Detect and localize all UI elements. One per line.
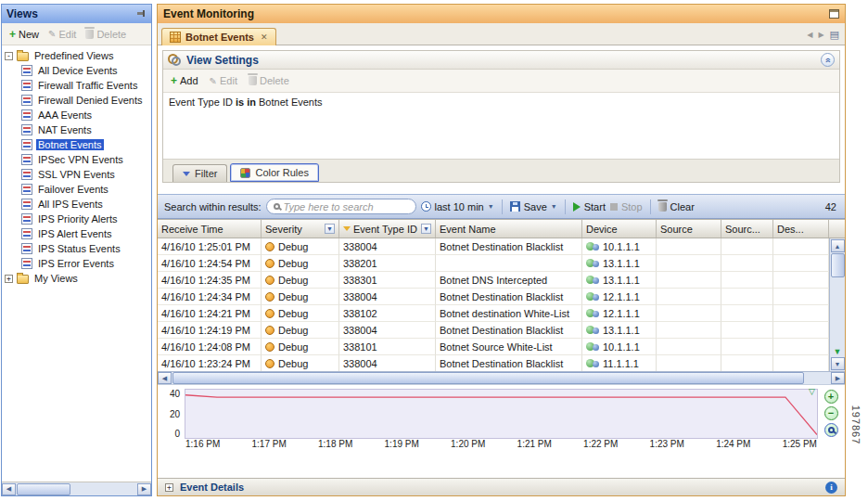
scrollbar-thumb[interactable] <box>172 372 804 384</box>
column-header-event-type-id[interactable]: Event Type ID▼ <box>339 220 436 238</box>
tab-bar: Botnet Events ✕ ◀ ▶ ▤ <box>158 23 845 45</box>
y-tick-label: 20 <box>170 409 180 419</box>
magnifier-zoom-button[interactable] <box>824 423 838 437</box>
filter-expression-list[interactable]: Event Type ID is in Botnet Events <box>163 93 839 160</box>
expand-expander-icon[interactable]: + <box>5 275 13 283</box>
column-header-event-name[interactable]: Event Name <box>436 220 582 238</box>
tab-color-rules[interactable]: Color Rules <box>230 163 318 182</box>
tree-item-nat-events[interactable]: NAT Events <box>2 122 151 137</box>
jump-to-latest-icon[interactable]: ▼ <box>834 348 842 356</box>
table-row[interactable]: 4/16/10 1:24:35 PMDebug338301Botnet DNS … <box>158 272 829 289</box>
pin-icon[interactable] <box>137 9 147 19</box>
info-icon[interactable]: i <box>825 482 837 494</box>
folder-icon <box>17 52 29 61</box>
tree-item-label: Firewall Denied Events <box>36 95 145 106</box>
color-palette-icon <box>240 168 250 178</box>
chevron-down-icon: ▼ <box>551 203 557 210</box>
scrollbar-thumb[interactable] <box>831 253 845 277</box>
zoom-in-button[interactable]: + <box>824 390 838 404</box>
scroll-left-icon[interactable]: ◀ <box>158 372 172 384</box>
tree-item-predefined-views[interactable]: - Predefined Views <box>2 48 151 63</box>
scroll-right-icon[interactable]: ▶ <box>137 483 151 495</box>
table-horizontal-scrollbar[interactable]: ◀ ▶ <box>158 371 845 385</box>
scroll-up-icon[interactable]: ▲ <box>831 239 845 252</box>
column-header-severity[interactable]: Severity▼ <box>262 220 339 238</box>
scroll-down-icon[interactable]: ▼ <box>831 357 845 370</box>
scroll-right-icon[interactable]: ▶ <box>831 372 845 384</box>
tab-close-icon[interactable]: ✕ <box>259 32 268 42</box>
collapse-expander-icon[interactable]: - <box>5 52 13 60</box>
column-filter-dropdown-icon[interactable]: ▼ <box>421 224 431 234</box>
table-row[interactable]: 4/16/10 1:24:19 PMDebug338004Botnet Dest… <box>158 322 829 339</box>
scrollbar-thumb[interactable] <box>17 483 70 495</box>
cell-destination <box>773 322 829 339</box>
chart-slider-handle[interactable]: ▽ <box>809 388 815 396</box>
table-row[interactable]: 4/16/10 1:25:01 PMDebug338004Botnet Dest… <box>158 238 829 255</box>
views-horizontal-scrollbar[interactable]: ◀ ▶ <box>2 482 151 495</box>
cell-event-name: Botnet Source White-List <box>436 339 582 355</box>
delete-view-button[interactable]: Delete <box>82 27 130 42</box>
tree-item-ips-alert-events[interactable]: IPS Alert Events <box>2 226 151 241</box>
severity-debug-icon <box>265 259 274 268</box>
collapse-panel-button[interactable]: » <box>821 53 835 67</box>
tree-item-failover-events[interactable]: Failover Events <box>2 182 151 197</box>
chart-y-axis: 40200 <box>163 389 182 439</box>
tree-item-ipsec-vpn-events[interactable]: IPSec VPN Events <box>2 152 151 167</box>
tab-filter[interactable]: Filter <box>172 164 227 182</box>
expand-details-icon[interactable]: + <box>165 483 173 492</box>
scroll-left-icon[interactable]: ◀ <box>2 483 16 495</box>
delete-filter-button[interactable]: Delete <box>245 73 293 88</box>
zoom-out-button[interactable]: − <box>824 406 838 420</box>
column-filter-dropdown-icon[interactable]: ▼ <box>325 224 335 234</box>
edit-view-button[interactable]: ✎ Edit <box>45 27 80 42</box>
table-row[interactable]: 4/16/10 1:24:21 PMDebug338102Botnet dest… <box>158 305 829 322</box>
tab-botnet-events[interactable]: Botnet Events ✕ <box>161 28 276 45</box>
tab-scroll-left-icon[interactable]: ◀ <box>807 31 812 39</box>
search-box <box>266 199 416 214</box>
search-input[interactable] <box>284 201 409 212</box>
column-header-receive-time[interactable]: Receive Time <box>158 220 262 238</box>
clear-button[interactable]: Clear <box>658 201 695 212</box>
maximize-icon[interactable] <box>829 9 839 19</box>
tree-item-my-views[interactable]: + My Views <box>2 271 151 286</box>
table-row[interactable]: 4/16/10 1:23:24 PMDebug338004Botnet Dest… <box>158 355 829 371</box>
stop-button[interactable]: Stop <box>610 201 643 212</box>
edit-filter-button[interactable]: ✎ Edit <box>206 73 241 88</box>
add-filter-button[interactable]: + Add <box>167 73 202 88</box>
start-button[interactable]: Start <box>573 201 606 212</box>
tree-item-firewall-denied-events[interactable]: Firewall Denied Events <box>2 93 151 108</box>
view-doc-icon <box>21 154 32 165</box>
device-label: 13.1.1.1 <box>603 258 640 269</box>
column-header-source[interactable]: Source <box>657 220 721 238</box>
table-vertical-scrollbar[interactable]: ▲ ▼ ▼ <box>829 238 845 371</box>
tab-scroll-right-icon[interactable]: ▶ <box>818 31 823 39</box>
event-rate-chart[interactable]: ▽ <box>185 389 818 439</box>
tree-item-ips-error-events[interactable]: IPS Error Events <box>2 256 151 271</box>
cell-source-port <box>721 289 773 305</box>
tree-item-ips-status-events[interactable]: IPS Status Events <box>2 241 151 256</box>
view-doc-icon <box>21 169 32 180</box>
time-range-dropdown[interactable]: last 10 min ▼ <box>421 201 494 212</box>
save-button[interactable]: Save ▼ <box>510 201 557 212</box>
cell-destination <box>773 339 829 355</box>
cell-event-type-id: 338301 <box>339 272 436 289</box>
column-header-des-[interactable]: Des... <box>773 220 829 238</box>
tree-item-botnet-events[interactable]: Botnet Events <box>2 137 151 152</box>
tree-item-label: IPS Alert Events <box>36 228 113 239</box>
column-header-sourc-[interactable]: Sourc... <box>721 220 773 238</box>
table-row[interactable]: 4/16/10 1:24:54 PMDebug33820113.1.1.1 <box>158 255 829 272</box>
tree-item-firewall-traffic-events[interactable]: Firewall Traffic Events <box>2 78 151 93</box>
cell-destination <box>773 255 829 272</box>
tab-list-icon[interactable]: ▤ <box>830 29 839 41</box>
table-row[interactable]: 4/16/10 1:24:08 PMDebug338101Botnet Sour… <box>158 339 829 355</box>
tree-item-ssl-vpn-events[interactable]: SSL VPN Events <box>2 167 151 182</box>
tree-item-aaa-events[interactable]: AAA Events <box>2 108 151 122</box>
new-view-button[interactable]: + New <box>6 27 43 42</box>
device-label: 13.1.1.1 <box>603 275 640 286</box>
tree-item-all-device-events[interactable]: All Device Events <box>2 63 151 78</box>
view-doc-icon <box>21 65 32 76</box>
tree-item-ips-priority-alerts[interactable]: IPS Priority Alerts <box>2 212 151 226</box>
tree-item-all-ips-events[interactable]: All IPS Events <box>2 197 151 212</box>
table-row[interactable]: 4/16/10 1:24:34 PMDebug338004Botnet Dest… <box>158 289 829 305</box>
column-header-device[interactable]: Device <box>582 220 657 238</box>
